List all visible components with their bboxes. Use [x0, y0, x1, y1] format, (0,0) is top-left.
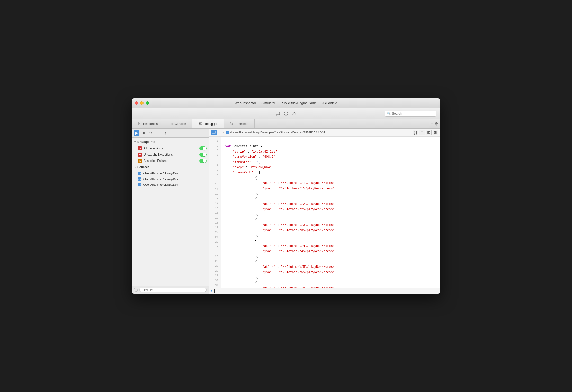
assertion-failures-toggle[interactable]	[199, 159, 207, 163]
sources-label: Sources	[137, 165, 149, 169]
filepath-text: /Users/Rammer/Library/Developer/CoreSimu…	[230, 131, 327, 134]
uncaught-exceptions-toggle[interactable]	[199, 153, 207, 157]
alert-circle-icon[interactable]	[283, 111, 289, 116]
sources-section-header[interactable]: ▼ Sources	[132, 164, 209, 171]
source-item-2[interactable]: JS /Users/Rammer/Library/Dev...	[132, 176, 209, 182]
format-button[interactable]: T	[419, 130, 425, 135]
code-view[interactable]: 1234567891011121314151617181920212223242…	[209, 137, 440, 288]
source-item-2-label: /Users/Rammer/Library/Dev...	[143, 177, 180, 181]
inspector-window: Web Inspector — Simulator — PublicBrickE…	[132, 98, 440, 294]
pause-button[interactable]: ⏸	[141, 130, 147, 136]
console-bar: >	[209, 288, 440, 294]
sidebar-toolbar: ▶ ⏸ ↷ ↓ ↑	[132, 129, 209, 138]
console-cursor	[214, 289, 215, 293]
uncaught-exceptions-badge: Ex	[138, 153, 142, 157]
source-item-1[interactable]: JS /Users/Rammer/Library/Dev...	[132, 171, 209, 176]
editor-toolbar: ‹ › JS /Users/Rammer/Library/Developer/C…	[209, 129, 440, 137]
breakpoint-uncaught-exceptions[interactable]: Ex Uncaught Exceptions	[132, 152, 209, 158]
breakpoints-filter-button[interactable]: ▶	[134, 130, 139, 136]
tab-console-label: Console	[175, 122, 186, 126]
window-title: Web Inspector — Simulator — PublicBrickE…	[235, 101, 337, 105]
assertion-failures-badge: A	[138, 159, 142, 163]
sidebar: ▶ ⏸ ↷ ↓ ↑ ▼ Breakpoints Ex All Exception…	[132, 129, 209, 294]
editor-actions: { } T ⊡ ⊟	[413, 130, 438, 135]
tab-actions: + ⚙	[428, 119, 440, 128]
minimize-button[interactable]	[140, 101, 144, 105]
nav-forward-button[interactable]: ›	[221, 130, 225, 135]
filepath-js-icon: JS	[226, 131, 229, 134]
debugger-icon	[199, 122, 202, 126]
add-tab-button[interactable]: +	[430, 122, 433, 126]
js-file-icon-1: JS	[138, 172, 141, 175]
all-exceptions-label: All Exceptions	[144, 147, 163, 150]
warning-icon[interactable]	[292, 111, 297, 116]
svg-point-3	[286, 114, 286, 115]
toggle-sidebar-button[interactable]	[211, 130, 217, 135]
tab-timelines[interactable]: Timelines	[224, 119, 255, 128]
resources-icon	[138, 122, 141, 126]
breakpoints-label: Breakpoints	[137, 140, 155, 144]
breakpoints-chevron: ▼	[134, 141, 136, 144]
svg-rect-0	[276, 112, 280, 115]
nav-back-button[interactable]: ‹	[218, 130, 221, 135]
line-numbers: 1234567891011121314151617181920212223242…	[209, 137, 221, 288]
search-icon: 🔍	[387, 112, 391, 115]
js-file-icon-3: JS	[138, 183, 141, 186]
search-box[interactable]: 🔍	[385, 111, 436, 117]
tab-resources[interactable]: Resources	[132, 119, 164, 128]
step-over-button[interactable]: ↷	[148, 130, 154, 136]
breakpoint-assertion-failures[interactable]: A Assertion Failures	[132, 158, 209, 164]
tab-timelines-label: Timelines	[235, 122, 248, 126]
main-content: ▶ ⏸ ↷ ↓ ↑ ▼ Breakpoints Ex All Exception…	[132, 129, 440, 294]
close-button[interactable]	[135, 101, 138, 105]
tab-debugger[interactable]: Debugger	[192, 119, 224, 128]
svg-rect-16	[212, 131, 215, 134]
maximize-button[interactable]	[146, 101, 149, 105]
split-view-button[interactable]: ⊟	[433, 130, 438, 135]
source-item-3-label: /Users/Rammer/Library/Dev...	[143, 183, 180, 186]
js-file-icon-2: JS	[138, 177, 141, 181]
code-content: var GameStatusInfo = { "svrIp" : "14.17.…	[221, 137, 440, 288]
tab-debugger-label: Debugger	[204, 122, 217, 126]
search-input[interactable]	[392, 112, 434, 115]
filter-input[interactable]	[139, 288, 207, 292]
breakpoint-all-exceptions[interactable]: Ex All Exceptions	[132, 145, 209, 152]
tab-console[interactable]: ⊞ Console	[164, 119, 192, 128]
titlebar: Web Inspector — Simulator — PublicBrickE…	[132, 98, 440, 108]
breakpoints-section-header[interactable]: ▼ Breakpoints	[132, 139, 209, 145]
curly-braces-button[interactable]: { }	[413, 130, 418, 135]
source-item-1-label: /Users/Rammer/Library/Dev...	[143, 172, 180, 175]
sidebar-footer: i	[132, 286, 209, 294]
tab-bar: Resources ⊞ Console Debugger	[132, 119, 440, 129]
svg-point-5	[294, 114, 294, 115]
tab-resources-label: Resources	[143, 122, 158, 126]
uncaught-exceptions-label: Uncaught Exceptions	[144, 153, 173, 156]
svg-point-11	[199, 123, 200, 124]
step-out-button[interactable]: ↑	[163, 130, 168, 136]
message-icon[interactable]	[275, 111, 280, 116]
settings-icon[interactable]: ⚙	[435, 121, 438, 126]
toolbar-icons	[275, 111, 297, 116]
filepath: JS /Users/Rammer/Library/Developer/CoreS…	[226, 131, 412, 134]
source-item-3[interactable]: JS /Users/Rammer/Library/Dev...	[132, 182, 209, 188]
sources-chevron: ▼	[134, 166, 136, 169]
sidebar-content: ▼ Breakpoints Ex All Exceptions Ex Uncau…	[132, 138, 209, 286]
all-exceptions-toggle[interactable]	[199, 146, 207, 150]
all-exceptions-badge: Ex	[138, 146, 142, 150]
nav-arrows: ‹ ›	[218, 130, 225, 135]
assertion-failures-label: Assertion Failures	[144, 159, 168, 163]
console-prompt: >	[211, 289, 213, 293]
console-icon: ⊞	[170, 122, 173, 126]
code-editor: ‹ › JS /Users/Rammer/Library/Developer/C…	[209, 129, 440, 294]
pretty-print-button[interactable]: ⊡	[426, 130, 432, 135]
traffic-lights	[135, 101, 149, 105]
main-toolbar: 🔍	[132, 108, 440, 119]
step-into-button[interactable]: ↓	[155, 130, 161, 136]
info-button[interactable]: i	[134, 288, 138, 292]
timelines-icon	[230, 122, 234, 126]
